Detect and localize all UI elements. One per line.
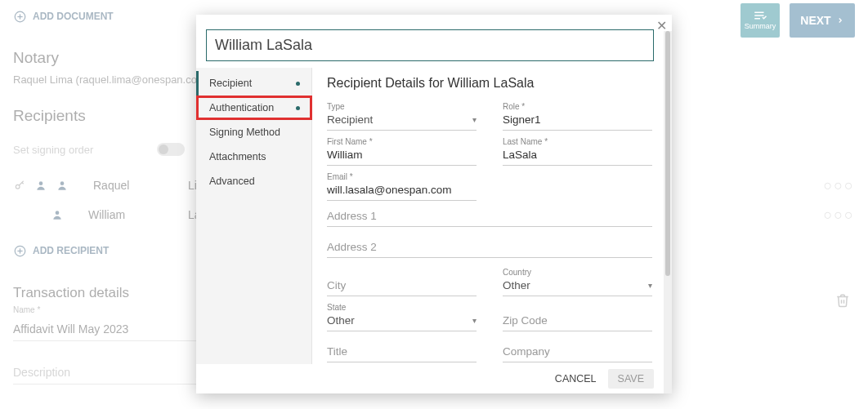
save-button[interactable]: SAVE — [608, 369, 654, 389]
nav-label: Signing Method — [209, 127, 280, 138]
city-input[interactable] — [327, 277, 477, 296]
nav-label: Attachments — [209, 151, 266, 162]
status-dot-icon — [296, 82, 300, 86]
nav-signing-method[interactable]: Signing Method — [196, 120, 311, 144]
nav-authentication[interactable]: Authentication — [196, 96, 311, 120]
country-select[interactable]: Other ▾ — [503, 277, 652, 296]
last-name-label: Last Name * — [503, 137, 652, 146]
country-value: Other — [503, 279, 530, 291]
chevron-down-icon: ▾ — [648, 281, 652, 290]
form-heading: Recipient Details for William LaSala — [327, 76, 652, 91]
country-label: Country — [503, 268, 652, 277]
state-value: Other — [327, 314, 355, 327]
nav-advanced[interactable]: Advanced — [196, 169, 311, 193]
title-input[interactable] — [327, 343, 477, 362]
recipient-modal: ✕ William LaSala Recipient Authenticatio… — [196, 15, 672, 393]
address2-input[interactable] — [327, 238, 652, 258]
nav-label: Advanced — [209, 176, 255, 187]
company-input[interactable] — [503, 343, 652, 362]
type-label: Type — [327, 102, 477, 111]
nav-recipient[interactable]: Recipient — [196, 71, 311, 96]
role-input[interactable] — [503, 111, 652, 131]
modal-side-nav: Recipient Authentication Signing Method … — [196, 68, 312, 364]
first-name-label: First Name * — [327, 137, 477, 146]
recipient-form: Recipient Details for William LaSala Typ… — [312, 68, 672, 364]
type-select[interactable]: Recipient ▾ — [327, 111, 477, 131]
role-label: Role * — [503, 102, 652, 111]
modal-body: Recipient Authentication Signing Method … — [196, 68, 672, 364]
status-dot-icon — [296, 106, 300, 110]
address1-input[interactable] — [327, 207, 652, 227]
state-label: State — [327, 303, 477, 312]
cancel-button[interactable]: CANCEL — [555, 373, 597, 385]
nav-attachments[interactable]: Attachments — [196, 144, 311, 169]
last-name-input[interactable] — [503, 146, 652, 166]
chevron-down-icon: ▾ — [472, 115, 477, 124]
nav-label: Authentication — [209, 102, 274, 113]
nav-label: Recipient — [209, 78, 252, 89]
type-value: Recipient — [327, 113, 373, 126]
zipcode-input[interactable] — [503, 312, 652, 331]
modal-footer: CANCEL SAVE — [196, 364, 672, 393]
first-name-input[interactable] — [327, 146, 477, 166]
email-label: Email * — [327, 172, 477, 181]
state-select[interactable]: Other ▾ — [327, 312, 477, 331]
recipient-name-input[interactable]: William LaSala — [206, 29, 654, 61]
email-input[interactable] — [327, 181, 477, 201]
chevron-down-icon: ▾ — [472, 316, 477, 325]
